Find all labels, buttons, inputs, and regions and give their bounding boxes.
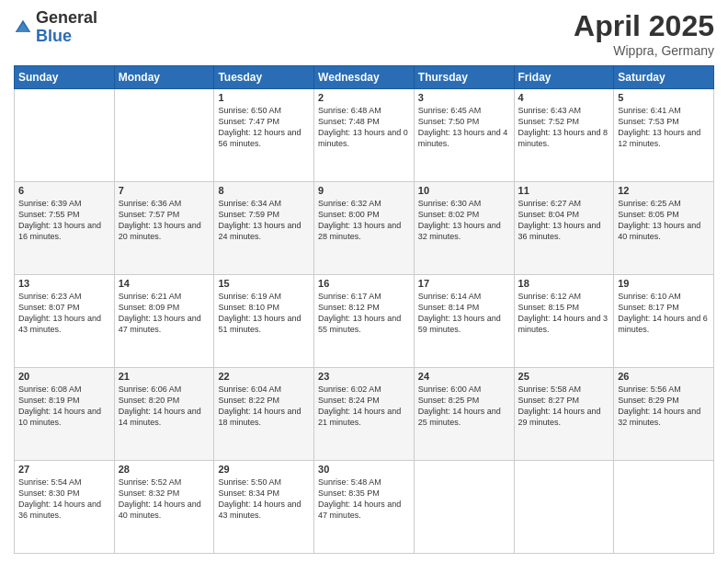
- day-number: 12: [618, 185, 710, 196]
- table-row: 11Sunrise: 6:27 AMSunset: 8:04 PMDayligh…: [514, 182, 614, 275]
- day-number: 13: [18, 278, 110, 289]
- day-number: 3: [418, 92, 510, 103]
- day-info: Sunrise: 6:00 AMSunset: 8:25 PMDaylight:…: [418, 384, 510, 429]
- table-row: 13Sunrise: 6:23 AMSunset: 8:07 PMDayligh…: [15, 275, 115, 368]
- day-number: 20: [18, 371, 110, 382]
- table-row: 3Sunrise: 6:45 AMSunset: 7:50 PMDaylight…: [414, 89, 514, 182]
- day-number: 22: [218, 371, 310, 382]
- table-row: 17Sunrise: 6:14 AMSunset: 8:14 PMDayligh…: [414, 275, 514, 368]
- day-number: 2: [318, 92, 410, 103]
- table-row: 26Sunrise: 5:56 AMSunset: 8:29 PMDayligh…: [614, 368, 714, 461]
- day-info: Sunrise: 6:30 AMSunset: 8:02 PMDaylight:…: [418, 198, 510, 243]
- table-row: 24Sunrise: 6:00 AMSunset: 8:25 PMDayligh…: [414, 368, 514, 461]
- table-row: 27Sunrise: 5:54 AMSunset: 8:30 PMDayligh…: [15, 461, 115, 554]
- table-row: 14Sunrise: 6:21 AMSunset: 8:09 PMDayligh…: [114, 275, 214, 368]
- calendar-week-2: 6Sunrise: 6:39 AMSunset: 7:55 PMDaylight…: [15, 182, 714, 275]
- day-info: Sunrise: 6:10 AMSunset: 8:17 PMDaylight:…: [618, 291, 710, 336]
- title-location: Wippra, Germany: [574, 43, 714, 58]
- day-info: Sunrise: 6:43 AMSunset: 7:52 PMDaylight:…: [518, 105, 610, 150]
- logo-text: General Blue: [36, 9, 97, 46]
- day-info: Sunrise: 5:58 AMSunset: 8:27 PMDaylight:…: [518, 384, 610, 429]
- table-row: 19Sunrise: 6:10 AMSunset: 8:17 PMDayligh…: [614, 275, 714, 368]
- day-number: 24: [418, 371, 510, 382]
- day-info: Sunrise: 6:32 AMSunset: 8:00 PMDaylight:…: [318, 198, 410, 243]
- header-friday: Friday: [514, 66, 614, 89]
- day-number: 28: [119, 464, 210, 475]
- day-info: Sunrise: 6:27 AMSunset: 8:04 PMDaylight:…: [518, 198, 610, 243]
- table-row: [114, 89, 214, 182]
- day-number: 15: [218, 278, 310, 289]
- table-row: 6Sunrise: 6:39 AMSunset: 7:55 PMDaylight…: [15, 182, 115, 275]
- title-month: April 2025: [574, 9, 714, 43]
- header: General Blue April 2025 Wippra, Germany: [14, 9, 714, 58]
- page: General Blue April 2025 Wippra, Germany …: [0, 0, 728, 563]
- day-info: Sunrise: 6:48 AMSunset: 7:48 PMDaylight:…: [318, 105, 410, 150]
- table-row: 25Sunrise: 5:58 AMSunset: 8:27 PMDayligh…: [514, 368, 614, 461]
- day-number: 21: [119, 371, 210, 382]
- logo: General Blue: [14, 9, 97, 46]
- table-row: 20Sunrise: 6:08 AMSunset: 8:19 PMDayligh…: [15, 368, 115, 461]
- table-row: [514, 461, 614, 554]
- table-row: 12Sunrise: 6:25 AMSunset: 8:05 PMDayligh…: [614, 182, 714, 275]
- day-number: 27: [18, 464, 110, 475]
- day-info: Sunrise: 6:36 AMSunset: 7:57 PMDaylight:…: [119, 198, 210, 243]
- table-row: 9Sunrise: 6:32 AMSunset: 8:00 PMDaylight…: [314, 182, 415, 275]
- day-number: 16: [318, 278, 410, 289]
- day-info: Sunrise: 6:19 AMSunset: 8:10 PMDaylight:…: [218, 291, 310, 336]
- day-info: Sunrise: 6:23 AMSunset: 8:07 PMDaylight:…: [18, 291, 110, 336]
- day-number: 11: [518, 185, 610, 196]
- calendar-week-5: 27Sunrise: 5:54 AMSunset: 8:30 PMDayligh…: [15, 461, 714, 554]
- title-block: April 2025 Wippra, Germany: [574, 9, 714, 58]
- table-row: 22Sunrise: 6:04 AMSunset: 8:22 PMDayligh…: [214, 368, 314, 461]
- day-info: Sunrise: 6:45 AMSunset: 7:50 PMDaylight:…: [418, 105, 510, 150]
- day-info: Sunrise: 5:52 AMSunset: 8:32 PMDaylight:…: [119, 477, 210, 522]
- day-number: 23: [318, 371, 410, 382]
- day-number: 10: [418, 185, 510, 196]
- day-info: Sunrise: 6:25 AMSunset: 8:05 PMDaylight:…: [618, 198, 710, 243]
- table-row: 7Sunrise: 6:36 AMSunset: 7:57 PMDaylight…: [114, 182, 214, 275]
- day-info: Sunrise: 6:14 AMSunset: 8:14 PMDaylight:…: [418, 291, 510, 336]
- day-info: Sunrise: 6:06 AMSunset: 8:20 PMDaylight:…: [119, 384, 210, 429]
- header-thursday: Thursday: [414, 66, 514, 89]
- table-row: [414, 461, 514, 554]
- calendar-week-4: 20Sunrise: 6:08 AMSunset: 8:19 PMDayligh…: [15, 368, 714, 461]
- day-info: Sunrise: 6:41 AMSunset: 7:53 PMDaylight:…: [618, 105, 710, 150]
- logo-blue: Blue: [36, 28, 97, 46]
- day-info: Sunrise: 6:08 AMSunset: 8:19 PMDaylight:…: [18, 384, 110, 429]
- table-row: 23Sunrise: 6:02 AMSunset: 8:24 PMDayligh…: [314, 368, 415, 461]
- day-info: Sunrise: 5:48 AMSunset: 8:35 PMDaylight:…: [318, 477, 410, 522]
- table-row: 4Sunrise: 6:43 AMSunset: 7:52 PMDaylight…: [514, 89, 614, 182]
- day-info: Sunrise: 6:39 AMSunset: 7:55 PMDaylight:…: [18, 198, 110, 243]
- day-number: 4: [518, 92, 610, 103]
- table-row: 2Sunrise: 6:48 AMSunset: 7:48 PMDaylight…: [314, 89, 415, 182]
- table-row: 15Sunrise: 6:19 AMSunset: 8:10 PMDayligh…: [214, 275, 314, 368]
- header-saturday: Saturday: [614, 66, 714, 89]
- day-info: Sunrise: 6:12 AMSunset: 8:15 PMDaylight:…: [518, 291, 610, 336]
- day-number: 14: [119, 278, 210, 289]
- day-info: Sunrise: 5:56 AMSunset: 8:29 PMDaylight:…: [618, 384, 710, 429]
- table-row: 28Sunrise: 5:52 AMSunset: 8:32 PMDayligh…: [114, 461, 214, 554]
- day-number: 19: [618, 278, 710, 289]
- table-row: 21Sunrise: 6:06 AMSunset: 8:20 PMDayligh…: [114, 368, 214, 461]
- day-number: 26: [618, 371, 710, 382]
- header-monday: Monday: [114, 66, 214, 89]
- day-number: 18: [518, 278, 610, 289]
- day-info: Sunrise: 6:17 AMSunset: 8:12 PMDaylight:…: [318, 291, 410, 336]
- table-row: [15, 89, 115, 182]
- table-row: 10Sunrise: 6:30 AMSunset: 8:02 PMDayligh…: [414, 182, 514, 275]
- day-number: 9: [318, 185, 410, 196]
- table-row: 8Sunrise: 6:34 AMSunset: 7:59 PMDaylight…: [214, 182, 314, 275]
- table-row: 29Sunrise: 5:50 AMSunset: 8:34 PMDayligh…: [214, 461, 314, 554]
- day-info: Sunrise: 6:50 AMSunset: 7:47 PMDaylight:…: [218, 105, 310, 150]
- header-sunday: Sunday: [15, 66, 115, 89]
- calendar-table: Sunday Monday Tuesday Wednesday Thursday…: [14, 65, 714, 554]
- calendar-week-1: 1Sunrise: 6:50 AMSunset: 7:47 PMDaylight…: [15, 89, 714, 182]
- logo-icon: [14, 18, 32, 37]
- day-number: 25: [518, 371, 610, 382]
- day-info: Sunrise: 6:21 AMSunset: 8:09 PMDaylight:…: [119, 291, 210, 336]
- day-number: 6: [18, 185, 110, 196]
- day-number: 1: [218, 92, 310, 103]
- table-row: [614, 461, 714, 554]
- logo-general: General: [36, 9, 97, 28]
- day-info: Sunrise: 6:04 AMSunset: 8:22 PMDaylight:…: [218, 384, 310, 429]
